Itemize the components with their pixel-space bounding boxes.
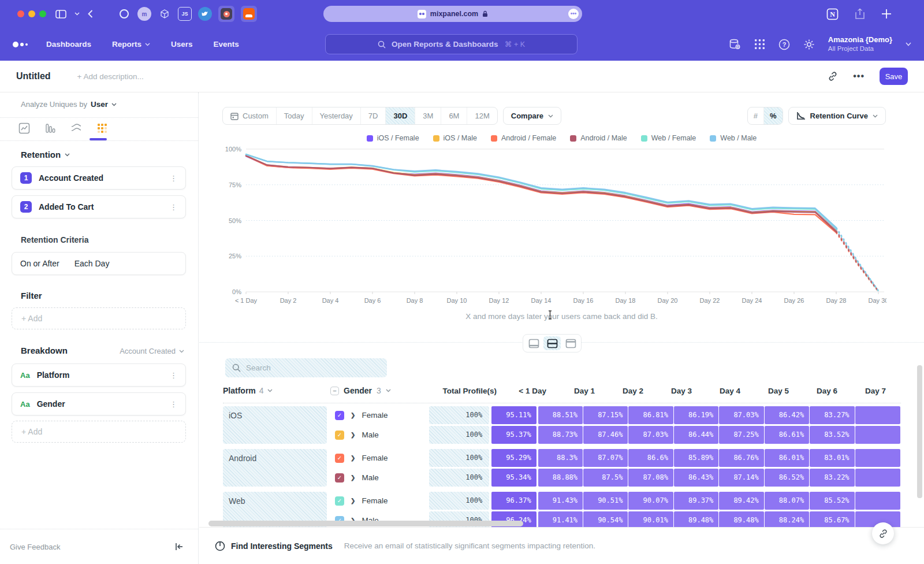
new-tab-icon[interactable] xyxy=(881,9,892,19)
bird-icon[interactable] xyxy=(198,7,212,21)
retention-value-cell[interactable]: 86.19% xyxy=(674,406,718,424)
select-all-checkbox[interactable]: – xyxy=(330,387,339,395)
day-column-header[interactable]: Day 3 xyxy=(649,387,698,395)
retention-value-cell[interactable]: 90.54% xyxy=(583,511,628,527)
retention-value-cell[interactable]: 88.07% xyxy=(765,492,809,510)
gender-cell[interactable]: ✓ ❯ Male xyxy=(330,426,429,444)
retention-value-cell[interactable]: 85.67% xyxy=(810,511,854,527)
retention-value-cell-clipped[interactable] xyxy=(855,449,900,467)
retention-value-cell[interactable]: 91.43% xyxy=(538,492,583,510)
total-profiles-header[interactable]: Total Profile(s) xyxy=(437,387,504,395)
maximize-window-button[interactable] xyxy=(39,10,46,17)
breakdown-scope-dropdown[interactable]: Account Created xyxy=(120,347,184,355)
range-today[interactable]: Today xyxy=(276,107,312,124)
layout-table-focus-icon[interactable] xyxy=(562,336,579,350)
retention-value-cell-clipped[interactable] xyxy=(855,492,900,510)
range-custom[interactable]: Custom xyxy=(223,107,276,124)
retention-value-cell[interactable]: 83.27% xyxy=(810,406,854,424)
retention-step-card[interactable]: 2 Added To Cart ⋮ xyxy=(12,195,186,218)
data-management-icon[interactable] xyxy=(729,39,741,50)
chart-type-dropdown[interactable]: Retention Curve xyxy=(788,107,886,125)
step-event-label[interactable]: Account Created xyxy=(39,173,103,183)
breakdown-options-icon[interactable]: ⋮ xyxy=(170,400,177,409)
gender-cell[interactable]: ✓ ❯ Male xyxy=(330,469,429,487)
gender-cell[interactable]: ✓ ❯ Female xyxy=(330,492,429,510)
retention-value-cell[interactable]: 88.24% xyxy=(765,511,809,527)
day-column-header[interactable]: Day 2 xyxy=(601,387,649,395)
unit-count-toggle[interactable]: # xyxy=(748,107,763,124)
browser-sidebar-icon[interactable] xyxy=(55,10,66,18)
nav-item-events[interactable]: Events xyxy=(214,40,239,49)
retention-value-cell[interactable]: 87.07% xyxy=(583,449,628,467)
step-options-icon[interactable]: ⋮ xyxy=(170,174,177,183)
legend-item[interactable]: Web / Female xyxy=(641,134,696,142)
retention-value-cell[interactable]: 91.41% xyxy=(538,511,583,527)
table-search[interactable] xyxy=(225,358,387,377)
breakdown-card[interactable]: Aa Platform ⋮ xyxy=(12,363,186,387)
retention-value-cell[interactable]: 85.89% xyxy=(674,449,718,467)
retention-value-cell[interactable]: 86.61% xyxy=(765,426,809,444)
legend-item[interactable]: iOS / Male xyxy=(433,134,477,142)
help-icon[interactable]: ? xyxy=(778,39,790,50)
expand-row-icon[interactable]: ❯ xyxy=(351,455,355,461)
breakdown-property-label[interactable]: Platform xyxy=(37,370,70,380)
breakdown-options-icon[interactable]: ⋮ xyxy=(170,371,177,380)
retention-value-cell[interactable]: 83.01% xyxy=(810,449,854,467)
retention-value-cell[interactable]: 87.5% xyxy=(583,469,628,487)
expand-row-icon[interactable]: ❯ xyxy=(351,474,355,481)
step-event-label[interactable]: Added To Cart xyxy=(39,202,94,212)
give-feedback-link[interactable]: Give Feedback xyxy=(10,543,60,551)
more-options-icon[interactable]: ••• xyxy=(853,71,865,81)
legend-item[interactable]: Android / Female xyxy=(491,134,556,142)
analyze-entity-dropdown[interactable]: User xyxy=(91,100,108,109)
total-profiles-cell[interactable]: 100% xyxy=(429,426,489,444)
total-profiles-cell[interactable]: 100% xyxy=(429,492,489,510)
layout-chart-focus-icon[interactable] xyxy=(525,336,542,350)
retention-value-cell[interactable]: 95.34% xyxy=(491,469,536,487)
range-3m[interactable]: 3M xyxy=(415,107,441,124)
chevron-down-icon[interactable] xyxy=(906,42,911,46)
password-manager-icon[interactable] xyxy=(218,6,234,22)
retention-value-cell[interactable]: 88.88% xyxy=(538,469,583,487)
retention-value-cell[interactable]: 83.22% xyxy=(810,469,854,487)
vertical-scrollbar[interactable] xyxy=(917,365,922,498)
nav-item-dashboards[interactable]: Dashboards xyxy=(46,40,91,49)
criteria-operator[interactable]: On or After xyxy=(20,259,59,268)
total-profiles-cell[interactable]: 100% xyxy=(429,469,489,487)
range-30d[interactable]: 30D xyxy=(385,107,415,124)
retention-value-cell[interactable]: 86.43% xyxy=(674,469,718,487)
add-description-button[interactable]: + Add description... xyxy=(77,72,144,81)
retention-value-cell[interactable]: 85.52% xyxy=(810,492,854,510)
breakdown-card[interactable]: Aa Gender ⋮ xyxy=(12,392,186,415)
retention-value-cell[interactable]: 87.25% xyxy=(719,426,763,444)
retention-value-cell-clipped[interactable] xyxy=(855,469,900,487)
total-profiles-cell[interactable]: 100% xyxy=(429,406,489,424)
report-title[interactable]: Untitled xyxy=(16,71,51,81)
range-yesterday[interactable]: Yesterday xyxy=(312,107,360,124)
retention-value-cell[interactable]: 86.52% xyxy=(765,469,809,487)
cloud-icon[interactable] xyxy=(241,6,257,22)
share-link-fab[interactable] xyxy=(872,522,894,544)
retention-value-cell[interactable]: 83.52% xyxy=(810,426,854,444)
url-bar[interactable]: mixpanel.com ••• xyxy=(323,6,582,22)
retention-value-cell[interactable]: 90.01% xyxy=(628,511,673,527)
series-checkbox[interactable]: ✓ xyxy=(335,473,344,483)
apps-grid-icon[interactable] xyxy=(754,39,765,50)
retention-value-cell[interactable]: 95.29% xyxy=(491,449,536,467)
expand-row-icon[interactable]: ❯ xyxy=(351,498,355,504)
retention-value-cell[interactable]: 86.76% xyxy=(719,449,763,467)
share-icon[interactable] xyxy=(855,8,865,20)
tab-insights[interactable] xyxy=(17,121,31,135)
retention-section-title[interactable]: Retention xyxy=(21,150,61,159)
retention-value-cell[interactable]: 90.51% xyxy=(583,492,628,510)
total-profiles-cell[interactable]: 100% xyxy=(429,449,489,467)
retention-value-cell[interactable]: 86.81% xyxy=(628,406,673,424)
mixpanel-logo-icon[interactable] xyxy=(13,42,28,47)
retention-value-cell[interactable]: 88.51% xyxy=(538,406,583,424)
series-checkbox[interactable]: ✓ xyxy=(335,496,344,506)
platform-cell[interactable]: iOS xyxy=(223,406,327,444)
minimize-window-button[interactable] xyxy=(28,10,35,17)
legend-item[interactable]: Web / Male xyxy=(710,134,757,142)
settings-gear-icon[interactable] xyxy=(803,39,815,50)
day-column-header[interactable]: Day 7 xyxy=(843,387,892,395)
